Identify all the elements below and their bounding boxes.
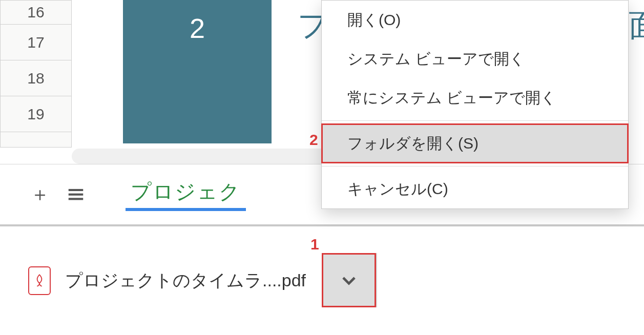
- sheet-tab-active[interactable]: プロジェク: [126, 178, 246, 211]
- svg-rect-0: [69, 189, 84, 191]
- section-heading-fragment-right: 面: [629, 5, 644, 47]
- row-header-gutter: 16 17 18 19: [0, 0, 72, 148]
- section-number-cell: 2: [123, 0, 272, 143]
- chevron-down-icon: [339, 270, 359, 290]
- callout-marker-1: 1: [310, 236, 319, 253]
- menu-show-in-folder[interactable]: フォルダを開く(S): [322, 124, 628, 163]
- download-options-button[interactable]: [322, 253, 376, 307]
- download-item[interactable]: プロジェクトのタイムラ....pdf: [28, 266, 306, 295]
- menu-always-system-viewer[interactable]: 常にシステム ビューアで開く: [322, 78, 628, 117]
- menu-cancel[interactable]: キャンセル(C): [322, 170, 628, 208]
- row-header[interactable]: 19: [0, 96, 72, 132]
- menu-divider: [322, 166, 628, 166]
- download-filename: プロジェクトのタイムラ....pdf: [65, 269, 306, 292]
- callout-marker-2: 2: [309, 131, 318, 149]
- row-header[interactable]: 18: [0, 60, 72, 96]
- menu-open-system-viewer[interactable]: システム ビューアで開く: [322, 39, 628, 78]
- all-sheets-button[interactable]: [64, 183, 88, 206]
- row-header[interactable]: 16: [0, 0, 72, 25]
- menu-divider: [322, 120, 628, 121]
- download-chip-divider: [376, 253, 377, 307]
- svg-rect-2: [69, 198, 84, 200]
- menu-open[interactable]: 開く(O): [322, 1, 628, 39]
- add-sheet-button[interactable]: ＋: [28, 183, 52, 206]
- hamburger-icon: [66, 185, 86, 204]
- pdf-icon: [28, 266, 51, 295]
- svg-rect-1: [69, 193, 84, 195]
- row-header[interactable]: [0, 132, 72, 148]
- download-context-menu: 開く(O) システム ビューアで開く 常にシステム ビューアで開く フォルダを開…: [321, 0, 629, 209]
- row-header[interactable]: 17: [0, 25, 72, 60]
